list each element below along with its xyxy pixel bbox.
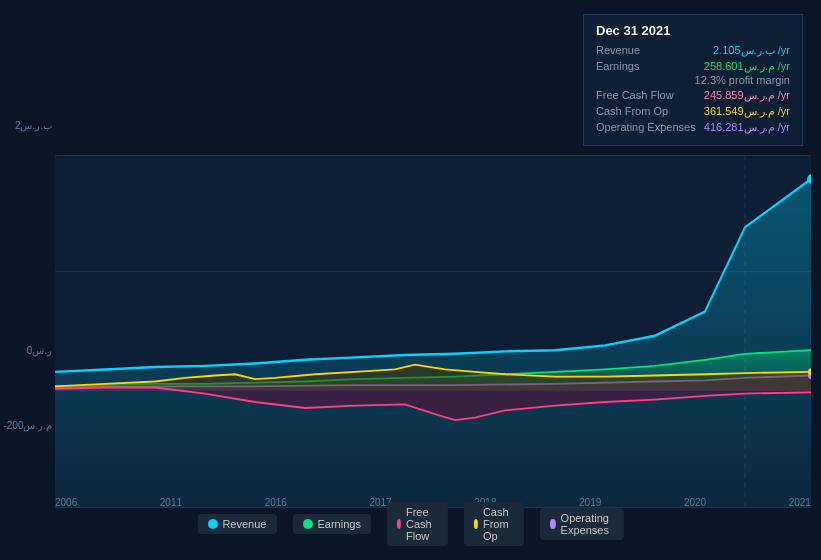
chart-svg [55,155,811,508]
tooltip-cashfromop-value: 361.549م.ر.س /yr [704,105,790,118]
chart-svg-area [55,155,811,508]
tooltip-cashfromop-label: Cash From Op [596,105,668,118]
y-label-bottom: -200م.ر.س [3,420,52,431]
x-label-2021: 2021 [789,497,811,508]
x-label-2011: 2011 [160,497,182,508]
y-label-zero: 0ر.س [27,345,52,356]
legend-dot-revenue [207,519,217,529]
x-label-2006: 2006 [55,497,77,508]
y-axis: 2ب.ر.س 0ر.س -200م.ر.س [0,150,60,450]
tooltip-fcf-value: 245.859م.ر.س /yr [704,89,790,102]
legend-label-fcf: Free Cash Flow [406,506,438,542]
y-label-top: 2ب.ر.س [15,120,52,131]
chart-legend: Revenue Earnings Free Cash Flow Cash Fro… [197,502,623,546]
legend-cashfromop[interactable]: Cash From Op [464,502,525,546]
tooltip-cashfromop-row: Cash From Op 361.549م.ر.س /yr [596,105,790,118]
tooltip-revenue-value: 2.105ب.ر.س /yr [713,44,790,57]
legend-fcf[interactable]: Free Cash Flow [387,502,448,546]
tooltip-revenue-row: Revenue 2.105ب.ر.س /yr [596,44,790,57]
legend-label-revenue: Revenue [222,518,266,530]
profit-margin-text: 12.3% profit margin [596,74,790,86]
tooltip-opex-label: Operating Expenses [596,121,696,134]
tooltip-date: Dec 31 2021 [596,23,790,38]
tooltip-fcf-row: Free Cash Flow 245.859م.ر.س /yr [596,89,790,102]
legend-opex[interactable]: Operating Expenses [540,508,623,540]
legend-dot-opex [550,519,555,529]
tooltip-fcf-label: Free Cash Flow [596,89,674,102]
x-label-2020: 2020 [684,497,706,508]
legend-dot-earnings [302,519,312,529]
legend-label-earnings: Earnings [317,518,360,530]
tooltip-opex-value: 416.281م.ر.س /yr [704,121,790,134]
tooltip-earnings-value: 258.601م.ر.س /yr [704,60,790,73]
tooltip-box: Dec 31 2021 Revenue 2.105ب.ر.س /yr Earni… [583,14,803,146]
tooltip-earnings-row: Earnings 258.601م.ر.س /yr [596,60,790,73]
revenue-area [55,179,811,508]
legend-label-cashfromop: Cash From Op [483,506,514,542]
legend-dot-cashfromop [474,519,478,529]
legend-earnings[interactable]: Earnings [292,514,370,534]
legend-label-opex: Operating Expenses [561,512,614,536]
chart-container: Dec 31 2021 Revenue 2.105ب.ر.س /yr Earni… [0,0,821,560]
tooltip-earnings-label: Earnings [596,60,639,73]
legend-dot-fcf [397,519,401,529]
tooltip-revenue-label: Revenue [596,44,640,57]
tooltip-opex-row: Operating Expenses 416.281م.ر.س /yr [596,121,790,134]
legend-revenue[interactable]: Revenue [197,514,276,534]
